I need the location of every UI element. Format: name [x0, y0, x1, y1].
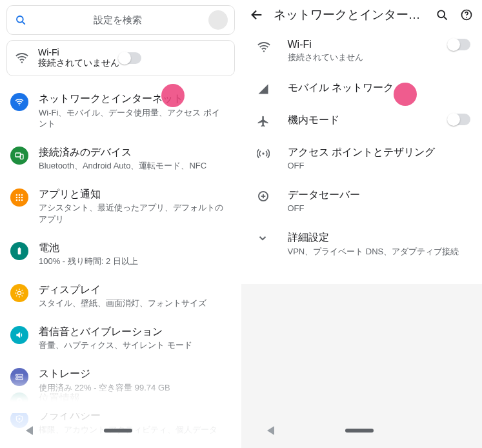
- data-saver-row[interactable]: データセーバー OFF: [241, 179, 483, 222]
- nav-back-icon[interactable]: [26, 426, 33, 435]
- hotspot-tethering-row[interactable]: アクセス ポイントとテザリング OFF: [241, 137, 483, 179]
- row-sub: VPN、プライベート DNS、アダプティブ接続: [288, 246, 471, 258]
- row-title: データセーバー: [288, 188, 471, 202]
- search-icon: [14, 14, 28, 26]
- settings-main-screen: 設定を検索 Wi-Fi 接続されていません ネットワークとインターネット Wi-…: [0, 0, 241, 448]
- nav-home-pill[interactable]: [104, 429, 132, 433]
- svg-point-9: [16, 197, 18, 199]
- svg-point-11: [21, 197, 23, 199]
- nav-home-pill[interactable]: [345, 429, 374, 433]
- page-title: ネットワークとインター…: [274, 6, 426, 23]
- airplane-mode-row[interactable]: 機内モード: [241, 105, 483, 137]
- svg-point-10: [19, 197, 21, 199]
- svg-line-1: [23, 22, 25, 25]
- row-title: 着信音とバイブレーション: [39, 325, 227, 339]
- svg-point-35: [466, 17, 467, 18]
- row-title: アプリと通知: [39, 187, 227, 201]
- row-title: 位置情報: [39, 391, 227, 405]
- svg-point-36: [263, 50, 264, 52]
- airplane-icon: [257, 114, 288, 128]
- wifi-icon: [15, 51, 38, 65]
- svg-point-6: [16, 194, 18, 196]
- svg-rect-27: [16, 378, 23, 380]
- item-apps-notifications[interactable]: アプリと通知 アシスタント、最近使ったアプリ、デフォルトのアプリ: [0, 179, 241, 233]
- wifi-quick-card[interactable]: Wi-Fi 接続されていません: [6, 40, 235, 76]
- svg-point-14: [21, 199, 23, 201]
- svg-line-24: [16, 295, 17, 296]
- row-title: 接続済みのデバイス: [39, 145, 227, 159]
- item-battery[interactable]: 電池 100% - 残り時間: 2 日以上: [0, 233, 241, 275]
- wifi-row[interactable]: Wi-Fi 接続されていません: [241, 30, 483, 72]
- signal-icon: [257, 81, 288, 96]
- row-title: ストレージ: [39, 367, 227, 381]
- empty-area: [241, 284, 483, 413]
- row-sub: Bluetooth、Android Auto、運転モード、NFC: [39, 160, 227, 172]
- wifi-toggle[interactable]: [119, 52, 141, 64]
- avatar[interactable]: [208, 10, 228, 30]
- svg-rect-26: [16, 374, 23, 376]
- svg-line-33: [444, 17, 447, 20]
- item-display[interactable]: ディスプレイ スタイル、壁紙、画面消灯、フォントサイズ: [0, 275, 241, 317]
- data-saver-icon: [257, 188, 288, 203]
- svg-line-25: [22, 290, 23, 290]
- settings-search-bar[interactable]: 設定を検索: [6, 5, 235, 35]
- row-title: 電池: [39, 241, 227, 255]
- svg-line-23: [22, 295, 23, 296]
- chevron-down-icon: [257, 231, 288, 244]
- row-sub: 100% - 残り時間: 2 日以上: [39, 256, 227, 267]
- help-icon[interactable]: [459, 8, 474, 21]
- advanced-row[interactable]: 詳細設定 VPN、プライベート DNS、アダプティブ接続: [241, 222, 483, 267]
- devices-icon: [10, 147, 28, 165]
- nav-back-icon[interactable]: [267, 426, 274, 435]
- wifi-icon: [257, 39, 288, 54]
- svg-point-0: [17, 16, 23, 23]
- hotspot-icon: [257, 146, 288, 160]
- svg-point-32: [437, 10, 445, 17]
- svg-point-7: [19, 194, 21, 196]
- airplane-toggle[interactable]: [448, 114, 470, 125]
- row-title: 詳細設定: [288, 231, 471, 245]
- svg-point-13: [19, 199, 21, 201]
- nav-bar: [241, 413, 483, 448]
- svg-point-28: [17, 375, 18, 376]
- location-icon: [10, 392, 28, 411]
- apps-icon: [10, 188, 28, 207]
- header-bar: ネットワークとインター…: [241, 0, 483, 30]
- row-sub: OFF: [288, 161, 471, 170]
- wifi-sub: 接続されていません: [38, 57, 119, 69]
- row-sub: スタイル、壁紙、画面消灯、フォントサイズ: [39, 298, 227, 309]
- touch-indicator: [394, 83, 417, 106]
- wifi-title: Wi-Fi: [38, 47, 119, 57]
- nav-bar: [0, 413, 241, 448]
- battery-icon: [10, 242, 28, 260]
- svg-point-3: [19, 105, 20, 106]
- svg-point-8: [21, 194, 23, 196]
- row-sub: 接続されていません: [288, 52, 443, 63]
- item-network-internet[interactable]: ネットワークとインターネット Wi-Fi、モバイル、データ使用量、アクセス ポイ…: [0, 84, 241, 137]
- svg-rect-15: [18, 248, 21, 254]
- row-title: モバイル ネットワーク: [288, 81, 471, 95]
- svg-point-2: [21, 61, 23, 63]
- search-icon[interactable]: [434, 8, 450, 21]
- item-connected-devices[interactable]: 接続済みのデバイス Bluetooth、Android Auto、運転モード、N…: [0, 137, 241, 179]
- touch-indicator: [161, 84, 185, 107]
- search-placeholder: 設定を検索: [28, 14, 208, 26]
- svg-line-22: [16, 290, 17, 290]
- network-internet-screen: ネットワークとインター… Wi-Fi 接続されていません モバイル ネットワーク: [241, 0, 483, 448]
- back-arrow-icon[interactable]: [249, 8, 265, 22]
- wifi-circle-icon: [10, 93, 28, 111]
- row-sub: アシスタント、最近使ったアプリ、デフォルトのアプリ: [39, 202, 227, 225]
- wifi-toggle[interactable]: [448, 39, 470, 50]
- row-sub: OFF: [288, 203, 471, 213]
- svg-rect-16: [19, 247, 20, 249]
- display-icon: [10, 284, 28, 302]
- mobile-network-row[interactable]: モバイル ネットワーク: [241, 72, 483, 105]
- row-title: 機内モード: [288, 114, 443, 127]
- svg-point-37: [262, 152, 264, 154]
- svg-point-29: [17, 378, 18, 379]
- row-sub: Wi-Fi、モバイル、データ使用量、アクセス ポイント: [39, 107, 227, 130]
- wifi-text: Wi-Fi 接続されていません: [38, 47, 119, 69]
- item-sound-vibration[interactable]: 着信音とバイブレーション 音量、ハプティクス、サイレント モード: [0, 317, 241, 359]
- svg-point-17: [17, 291, 21, 294]
- wifi-toggle-wrap: [119, 52, 141, 64]
